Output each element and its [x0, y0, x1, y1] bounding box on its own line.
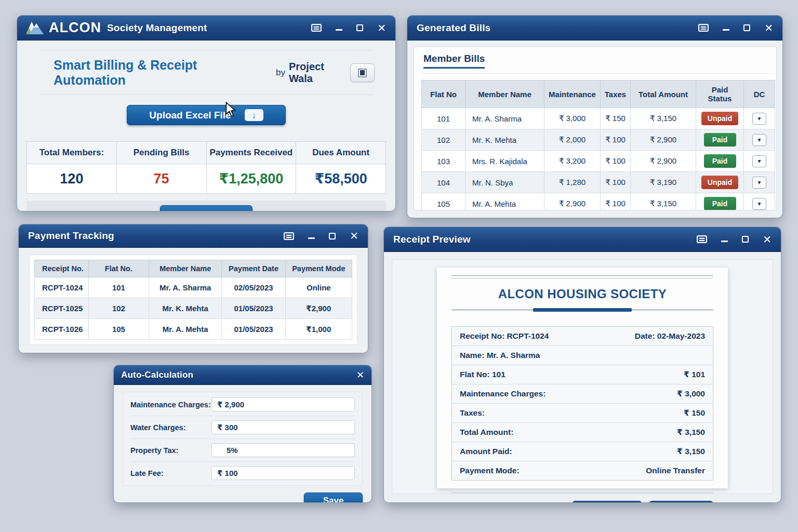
status-badge: Unpaid: [701, 112, 738, 125]
upload-excel-button[interactable]: Upload Excel File ↓: [127, 105, 286, 125]
taxes-cell: ₹ 150: [601, 108, 631, 129]
print-receipt-button[interactable]: Print Receipt: [572, 501, 642, 502]
maximize-button[interactable]: [742, 236, 749, 243]
receipt-line: Maintenance Charges:₹ 3,000: [452, 384, 713, 404]
app-title: Society Management: [107, 22, 207, 34]
titlebar[interactable]: Payment Tracking ✕: [19, 224, 368, 248]
close-button[interactable]: ✕: [377, 23, 386, 33]
window-title: Payment Tracking: [28, 230, 114, 242]
window-menu-button[interactable]: [311, 24, 322, 32]
receipt-line: Name: Mr. A. Sharma: [452, 346, 713, 365]
window-payment-tracking: Payment Tracking ✕ Receipt No.Flat No.Me…: [19, 224, 368, 353]
member-bills-table: Flat NoMember NameMaintenanceTaxesTotal …: [421, 80, 775, 210]
column-header: Payment Date: [222, 260, 285, 277]
receipt-line: Total Amount:₹ 3,150: [452, 423, 713, 442]
form-row: Property Tax:: [130, 439, 355, 462]
property-tax-input[interactable]: [211, 443, 355, 457]
payment-cell: 105: [88, 319, 149, 340]
column-header: DC: [744, 81, 775, 108]
document-button[interactable]: [350, 63, 375, 82]
maintenance-charges-input[interactable]: [211, 397, 355, 411]
total-amount-cell: ₹ 2,900: [631, 151, 696, 172]
minimize-button[interactable]: [308, 233, 315, 239]
close-button[interactable]: ✕: [763, 234, 772, 245]
payment-cell: 102: [88, 298, 149, 319]
maximize-button[interactable]: [329, 233, 336, 240]
receipt-line-right: ₹ 3,150: [677, 447, 705, 456]
payment-cell: 01/05/2023: [222, 298, 285, 319]
export-pdf-button[interactable]: Export PDF: [649, 501, 713, 502]
maximize-button[interactable]: [743, 24, 750, 31]
titlebar[interactable]: ALCON Society Management ✕: [17, 16, 395, 41]
minimize-button[interactable]: [721, 236, 728, 242]
receipt-line-left: Flat No: 101: [460, 370, 506, 379]
late-fee-input[interactable]: [211, 466, 355, 480]
titlebar[interactable]: Receipt Preview ✕: [384, 227, 781, 252]
maintenance-cell: ₹ 3,000: [544, 108, 601, 129]
receipt-line: Flat No: 101₹ 101: [452, 365, 713, 384]
dropdown-button[interactable]: ▾: [752, 155, 766, 167]
taxes-cell: ₹ 100: [601, 193, 631, 211]
summary-stats: Total Members:Pending BillsPayments Rece…: [26, 141, 386, 194]
table-row: RCPT-1025102Mr. K. Mehta01/05/2023₹2,900: [35, 298, 352, 319]
maximize-button[interactable]: [356, 24, 363, 31]
payment-cell: Online: [285, 277, 352, 298]
byline: by: [276, 68, 285, 78]
payment-cell: Mr. A. Sharma: [149, 277, 222, 298]
payment-cell: ₹1,000: [285, 319, 352, 340]
save-button[interactable]: Save: [304, 493, 363, 502]
table-row: RCPT-1024101Mr. A. Sharma02/05/2023Onlin…: [35, 277, 352, 298]
stat-label: Total Members:: [27, 142, 117, 164]
column-header: Member Name: [149, 260, 222, 277]
column-header: Taxes: [601, 81, 631, 108]
receipt-line-right: ₹ 3,150: [677, 428, 705, 437]
stat-value: 75: [116, 164, 206, 194]
window-title: Receipt Preview: [393, 234, 471, 245]
payment-cell: 101: [88, 277, 149, 298]
dropdown-button[interactable]: ▾: [752, 198, 766, 210]
dropdown-button[interactable]: ▾: [752, 134, 766, 146]
upload-excel-label: Upload Excel File: [149, 110, 231, 121]
close-button[interactable]: ✕: [350, 231, 358, 241]
minimize-button[interactable]: [723, 25, 729, 31]
window-menu-button[interactable]: [284, 232, 294, 240]
maintenance-charges-label: Maintenance Charges:: [130, 401, 211, 409]
late-fee-label: Late Fee:: [130, 469, 211, 477]
column-header: Flat No: [422, 81, 466, 108]
divider: [451, 493, 713, 493]
actions-cell: ▾: [744, 172, 775, 193]
window-menu-button[interactable]: [698, 24, 709, 32]
divider: [39, 95, 374, 95]
titlebar[interactable]: Auto-Calculation ✕: [114, 365, 371, 385]
water-charges-input[interactable]: [211, 420, 355, 434]
receipt-line-left: Total Amount:: [460, 428, 513, 437]
receipt-preview-area: ALCON HOUSING SOCIETY Receipt No: RCPT-1…: [392, 259, 773, 494]
titlebar[interactable]: Generated Bills ✕: [407, 16, 782, 41]
dropdown-button[interactable]: ▾: [752, 177, 766, 189]
receipt-line: Payment Mode:Online Transfer: [452, 461, 713, 480]
close-button[interactable]: ✕: [764, 23, 773, 33]
column-header: Receipt No.: [35, 260, 89, 277]
close-button[interactable]: ✕: [356, 370, 364, 380]
receipt-line-left: Amount Paid:: [460, 447, 512, 456]
window-menu-button[interactable]: [697, 235, 707, 243]
tab-member-bills[interactable]: Member Bills: [423, 53, 485, 69]
payment-cell: Mr. A. Mehta: [149, 319, 222, 340]
flat-no-cell: 104: [422, 172, 466, 193]
property-tax-label: Property Tax:: [130, 446, 211, 455]
payment-cell: 02/05/2023: [222, 277, 285, 298]
minimize-button[interactable]: [336, 25, 342, 31]
download-arrow-icon: ↓: [245, 109, 263, 121]
stat-label: Payments Received: [206, 142, 296, 164]
maintenance-cell: ₹ 2,900: [544, 193, 601, 211]
window-society-management: ALCON Society Management ✕ Smart Billing…: [17, 16, 395, 211]
author-name: Project Wala: [289, 61, 350, 85]
table-row: 102Mr. K. Mehta₹ 2,000₹ 100₹ 2,900Paid▾: [422, 129, 775, 151]
actions-cell: ▾: [744, 193, 775, 211]
dropdown-button[interactable]: ▾: [752, 113, 766, 125]
table-row: RCPT-1026105Mr. A. Mehta01/05/2023₹1,000: [35, 319, 352, 340]
window-title: Auto-Calculation: [121, 370, 193, 380]
flat-no-cell: 105: [422, 193, 466, 211]
table-row: 101Mr. A. Sharma₹ 3,000₹ 150₹ 3,150Unpai…: [422, 108, 775, 129]
generate-bills-button[interactable]: Generate Bills: [160, 205, 252, 211]
